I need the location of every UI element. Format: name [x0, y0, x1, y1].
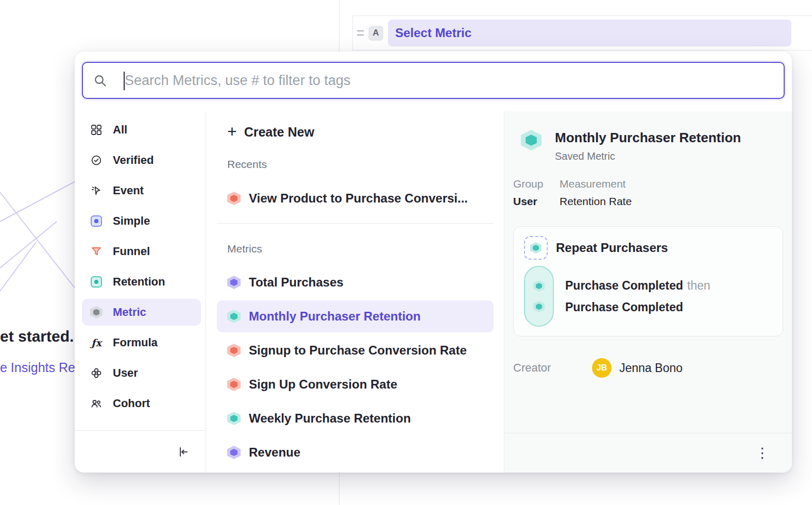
row-label-badge[interactable]: A — [368, 26, 383, 41]
detail-content: Monthly Purchaser Retention Saved Metric… — [504, 111, 792, 433]
metric-item-label: Total Purchases — [249, 275, 344, 290]
more-options-button[interactable]: ⋮ — [751, 443, 773, 463]
teal-hexagon-icon — [530, 242, 542, 254]
metric-query-row: A Select Metric — [352, 15, 812, 50]
user-flower-icon — [90, 367, 103, 379]
metric-item-label: Monthly Purchaser Retention — [249, 309, 420, 324]
verified-badge-icon — [90, 154, 103, 166]
metric-item-label: Revenue — [249, 445, 300, 460]
retention-icon — [90, 276, 103, 288]
detail-panel: Monthly Purchaser Retention Saved Metric… — [504, 111, 792, 473]
sidebar-item-label: Formula — [113, 336, 158, 349]
sidebar-item-label: User — [113, 366, 138, 380]
detail-header: Monthly Purchaser Retention Saved Metric — [513, 130, 783, 162]
sidebar-item-cohort[interactable]: Cohort — [82, 390, 201, 417]
sidebar-item-label: Cohort — [113, 397, 150, 410]
red-hexagon-icon — [227, 344, 241, 357]
metric-picker-modal: All Verified Event Simple — [75, 52, 792, 473]
creator-label: Creator — [513, 361, 592, 375]
metric-item-label: Sign Up Conversion Rate — [249, 377, 397, 392]
sidebar-item-user[interactable]: User — [82, 360, 201, 386]
step-connector: then — [687, 279, 711, 293]
sidebar-item-simple[interactable]: Simple — [82, 208, 201, 234]
sidebar-footer — [75, 430, 206, 473]
detail-title: Monthly Purchaser Retention — [555, 130, 741, 146]
sidebar-item-all[interactable]: All — [82, 116, 201, 143]
definition-title: Repeat Purchasers — [556, 241, 668, 255]
measurement-value: Retention Rate — [560, 195, 632, 208]
sidebar-item-label: Verified — [113, 154, 154, 167]
red-hexagon-icon — [227, 192, 241, 205]
event-sequence: Purchase Completed then Purchase Complet… — [524, 266, 772, 327]
sidebar-item-funnel[interactable]: Funnel — [82, 238, 201, 265]
decorative-chart-lines — [0, 170, 75, 309]
metric-item-weekly-purchase-retention[interactable]: Weekly Purchase Retention — [217, 402, 494, 434]
select-metric-button[interactable]: Select Metric — [388, 20, 791, 46]
step-event-name: Purchase Completed — [565, 300, 683, 314]
creator-row: Creator JB Jenna Bono — [513, 358, 783, 378]
recent-item-label: View Product to Purchase Conversi... — [249, 191, 468, 206]
search-icon — [93, 74, 107, 88]
measurement-label: Measurement — [560, 178, 632, 190]
metric-hexagon-icon — [90, 306, 103, 318]
event-hexagon-icon — [533, 301, 545, 312]
step-1: Purchase Completed then — [565, 275, 711, 296]
creator-avatar: JB — [592, 358, 612, 378]
metric-item-signup-to-purchase-conversion-rate[interactable]: Signup to Purchase Conversion Rate — [217, 334, 494, 366]
group-label: Group — [513, 178, 547, 190]
results-column: + Create New Recents View Product to Pur… — [207, 111, 504, 473]
funnel-icon — [90, 245, 103, 258]
metric-item-sign-up-conversion-rate[interactable]: Sign Up Conversion Rate — [217, 368, 494, 400]
group-value: User — [513, 195, 547, 208]
sidebar-item-label: Event — [113, 184, 144, 197]
partial-heading-text: et started. — [0, 328, 74, 345]
sidebar-item-verified[interactable]: Verified — [82, 147, 201, 174]
detail-footer: ⋮ — [504, 433, 792, 473]
plus-icon: + — [227, 123, 237, 140]
step-event-name: Purchase Completed — [565, 279, 683, 293]
definition-card-header: Repeat Purchasers — [524, 236, 772, 260]
metric-item-label: Weekly Purchase Retention — [249, 411, 411, 426]
sidebar-item-label: All — [113, 123, 127, 137]
cohort-people-icon — [90, 397, 103, 410]
detail-subtitle: Saved Metric — [555, 150, 741, 162]
red-hexagon-icon — [227, 378, 241, 391]
create-new-label: Create New — [244, 125, 314, 140]
metrics-header: Metrics — [217, 242, 494, 256]
drag-handle-icon[interactable] — [357, 30, 364, 36]
create-new-button[interactable]: + Create New — [217, 120, 494, 144]
sidebar-item-label: Metric — [113, 306, 146, 319]
repeat-purchasers-icon — [524, 236, 548, 260]
search-input[interactable] — [125, 73, 773, 89]
kebab-icon: ⋮ — [755, 445, 769, 461]
search-box — [82, 62, 785, 99]
insights-report-link[interactable]: e Insights Re — [0, 360, 75, 375]
step-2: Purchase Completed — [565, 297, 711, 317]
sidebar-item-formula[interactable]: ƒx Formula — [82, 329, 201, 356]
metric-item-monthly-purchaser-retention[interactable]: Monthly Purchaser Retention — [217, 300, 494, 332]
recent-item[interactable]: View Product to Purchase Conversi... — [217, 183, 494, 213]
sidebar-item-retention[interactable]: Retention — [82, 268, 201, 295]
results-divider — [217, 223, 494, 224]
metric-list: Total Purchases Monthly Purchaser Retent… — [217, 266, 494, 468]
sidebar-item-event[interactable]: Event — [82, 177, 201, 204]
recents-header: Recents — [217, 158, 494, 171]
event-hexagon-icon — [533, 280, 545, 292]
creator-name: Jenna Bono — [619, 361, 683, 375]
text-caret — [124, 72, 125, 90]
formula-fx-icon: ƒx — [90, 336, 103, 349]
sidebar-item-metric[interactable]: Metric — [82, 299, 201, 326]
sidebar-item-label: Retention — [113, 275, 165, 289]
metric-definition-card: Repeat Purchasers Purchase Completed the… — [513, 226, 783, 336]
purple-hexagon-icon — [227, 446, 241, 459]
sidebar-item-label: Simple — [113, 214, 150, 228]
metric-item-total-purchases[interactable]: Total Purchases — [217, 266, 494, 298]
simple-metric-icon — [90, 215, 103, 227]
metric-item-revenue[interactable]: Revenue — [217, 436, 494, 468]
event-sequence-pill — [524, 266, 554, 327]
select-metric-label: Select Metric — [395, 26, 471, 40]
sidebar-item-label: Funnel — [113, 245, 150, 258]
metric-item-label: Signup to Purchase Conversion Rate — [249, 343, 467, 358]
metric-meta: Group User Measurement Retention Rate — [513, 178, 783, 208]
collapse-sidebar-button[interactable] — [175, 444, 191, 460]
